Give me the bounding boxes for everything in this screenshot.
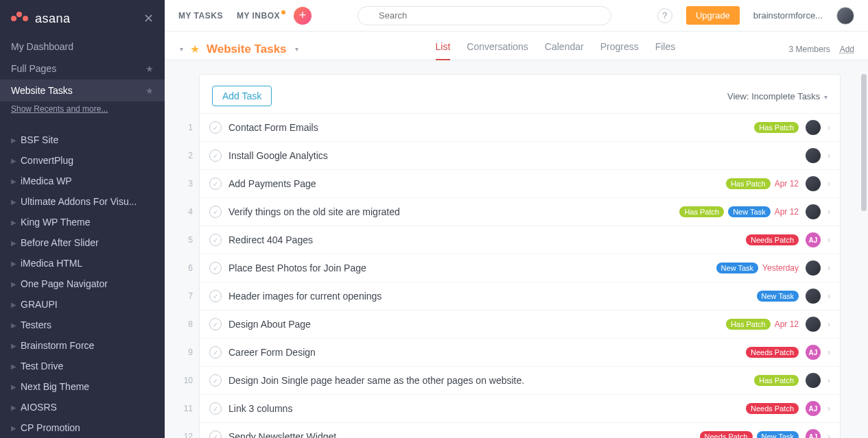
logo[interactable]: asana [11, 12, 71, 26]
chevron-right-icon[interactable]: › [828, 319, 830, 329]
assignee-avatar[interactable] [806, 373, 821, 388]
add-member-link[interactable]: Add [840, 45, 854, 54]
tag[interactable]: Needs Patch [700, 431, 753, 438]
chevron-right-icon[interactable]: › [828, 404, 830, 413]
complete-checkbox[interactable]: ✓ [209, 290, 222, 302]
chevron-right-icon[interactable]: › [828, 376, 830, 385]
username-label[interactable]: brainstormforce... [753, 10, 823, 21]
chevron-right-icon[interactable]: › [828, 263, 830, 273]
complete-checkbox[interactable]: ✓ [209, 206, 222, 218]
sidebar-project-item[interactable]: ▶iMedica WP [0, 171, 165, 191]
tab-progress[interactable]: Progress [600, 41, 639, 59]
task-row[interactable]: 12✓Sendy Newsletter WidgetNeeds PatchNew… [200, 422, 840, 438]
help-icon[interactable]: ? [657, 8, 672, 23]
upgrade-button[interactable]: Upgrade [686, 6, 740, 25]
tag[interactable]: New Task [716, 263, 758, 273]
assignee-avatar[interactable] [806, 176, 821, 191]
view-filter[interactable]: View: Incomplete Tasks ▾ [727, 91, 828, 101]
complete-checkbox[interactable]: ✓ [209, 430, 222, 438]
sidebar-project-item[interactable]: ▶iMedica HTML [0, 253, 165, 273]
assignee-avatar[interactable]: AJ [806, 345, 821, 360]
assignee-avatar[interactable] [806, 260, 821, 276]
task-row[interactable]: 1✓Contact Form EmailsHas Patch› [200, 113, 840, 141]
chevron-right-icon[interactable]: › [828, 348, 830, 357]
tag[interactable]: Needs Patch [746, 347, 799, 358]
tag[interactable]: Needs Patch [746, 234, 799, 245]
complete-checkbox[interactable]: ✓ [209, 178, 222, 190]
task-row[interactable]: 10✓Design Join Single page header same a… [200, 366, 840, 394]
task-row[interactable]: 4✓Verify things on the old site are migr… [200, 197, 840, 226]
chevron-right-icon[interactable]: › [828, 179, 830, 188]
tag[interactable]: New Task [757, 431, 799, 438]
chevron-down-icon[interactable]: ▾ [295, 45, 298, 53]
add-task-button[interactable]: Add Task [212, 86, 272, 106]
complete-checkbox[interactable]: ✓ [209, 262, 222, 274]
add-button[interactable]: + [294, 7, 312, 25]
tag[interactable]: Has Patch [726, 178, 771, 189]
task-row[interactable]: 11✓Link 3 columnsNeeds PatchAJ› [200, 394, 840, 422]
assignee-avatar[interactable]: AJ [806, 401, 821, 416]
task-row[interactable]: 3✓Add Payments PageHas PatchApr 12› [200, 169, 840, 197]
task-row[interactable]: 6✓Place Best Photos for Join PageNew Tas… [200, 254, 840, 282]
task-row[interactable]: 7✓Header images for current openingsNew … [200, 282, 840, 310]
tag[interactable]: Needs Patch [746, 403, 799, 414]
sidebar-project-item[interactable]: ▶CP Promotion [0, 417, 165, 438]
tab-files[interactable]: Files [655, 41, 676, 59]
sidebar-project-item[interactable]: ▶AIOSRS [0, 397, 165, 417]
sidebar-project-item[interactable]: ▶ConvertPlug [0, 150, 165, 171]
assignee-avatar[interactable]: AJ [806, 429, 821, 438]
sidebar-project-item[interactable]: ▶King WP Theme [0, 212, 165, 232]
sidebar-item-dashboard[interactable]: My Dashboard [0, 36, 165, 58]
assignee-avatar[interactable] [806, 120, 821, 135]
search-input[interactable] [357, 6, 611, 25]
tab-calendar[interactable]: Calendar [545, 41, 584, 59]
tag[interactable]: New Task [728, 206, 770, 217]
assignee-avatar[interactable] [806, 289, 821, 304]
tab-list[interactable]: List [436, 41, 451, 60]
tag[interactable]: New Task [757, 291, 799, 302]
chevron-right-icon[interactable]: › [828, 235, 830, 245]
nav-my-tasks[interactable]: MY TASKS [178, 11, 223, 21]
chevron-right-icon[interactable]: › [828, 207, 830, 217]
tag[interactable]: Has Patch [754, 122, 799, 133]
sidebar-project-item[interactable]: ▶Test Drive [0, 356, 165, 376]
nav-my-inbox[interactable]: MY INBOX [237, 11, 280, 21]
chevron-right-icon[interactable]: › [828, 432, 830, 438]
assignee-avatar[interactable] [806, 204, 821, 219]
tag[interactable]: Has Patch [754, 375, 799, 386]
sidebar-project-item[interactable]: ▶One Page Navigator [0, 273, 165, 294]
sidebar-item-website-tasks[interactable]: Website Tasks★ [0, 80, 165, 101]
complete-checkbox[interactable]: ✓ [209, 234, 222, 246]
user-avatar[interactable] [836, 7, 854, 25]
complete-checkbox[interactable]: ✓ [209, 374, 222, 387]
collapse-icon[interactable]: ▾ [180, 45, 183, 53]
task-row[interactable]: 2✓Install Google Analytics› [200, 141, 840, 169]
sidebar-project-item[interactable]: ▶BSF Site [0, 130, 165, 150]
task-row[interactable]: 9✓Career Form DesignNeeds PatchAJ› [200, 338, 840, 366]
tab-conversations[interactable]: Conversations [467, 41, 528, 59]
assignee-avatar[interactable] [806, 317, 821, 332]
chevron-right-icon[interactable]: › [828, 123, 830, 132]
complete-checkbox[interactable]: ✓ [209, 318, 222, 330]
star-filled-icon[interactable]: ★ [190, 42, 200, 56]
star-icon[interactable]: ★ [145, 86, 154, 96]
assignee-avatar[interactable]: AJ [806, 232, 821, 247]
sidebar-project-item[interactable]: ▶Brainstorm Force [0, 335, 165, 356]
sidebar-project-item[interactable]: ▶Before After Slider [0, 232, 165, 253]
close-sidebar-icon[interactable]: ✕ [143, 11, 154, 26]
show-recents-link[interactable]: Show Recents and more... [0, 101, 165, 121]
sidebar-project-item[interactable]: ▶Testers [0, 315, 165, 335]
complete-checkbox[interactable]: ✓ [209, 402, 222, 415]
tag[interactable]: Has Patch [679, 206, 724, 217]
task-row[interactable]: 5✓Redirect 404 PagesNeeds PatchAJ› [200, 226, 840, 254]
sidebar-project-item[interactable]: ▶GRAUPI [0, 294, 165, 315]
scrollbar[interactable] [861, 74, 867, 211]
members-count[interactable]: 3 Members [789, 45, 830, 54]
sidebar-project-item[interactable]: ▶Next Big Theme [0, 376, 165, 397]
star-icon[interactable]: ★ [145, 64, 154, 74]
chevron-right-icon[interactable]: › [828, 291, 830, 301]
tag[interactable]: Has Patch [726, 319, 771, 330]
assignee-avatar[interactable] [806, 148, 821, 163]
complete-checkbox[interactable]: ✓ [209, 149, 222, 162]
complete-checkbox[interactable]: ✓ [209, 121, 222, 134]
